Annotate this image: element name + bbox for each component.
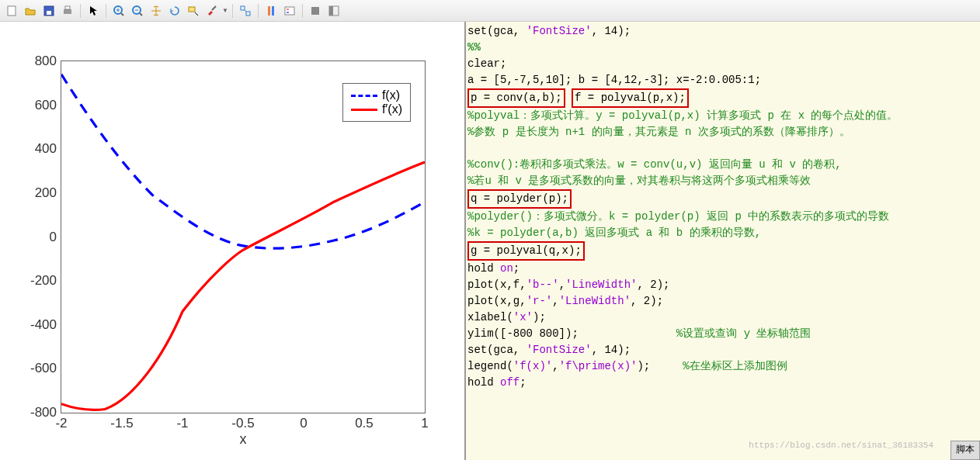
svg-line-8 <box>140 13 142 16</box>
x-axis-label: x <box>240 431 247 448</box>
svg-rect-13 <box>268 6 270 16</box>
code-line[interactable]: ylim([-800 800]); %设置或查询 y 坐标轴范围 <box>467 326 978 342</box>
colorbar-icon[interactable] <box>262 2 280 19</box>
svg-rect-18 <box>311 7 319 15</box>
svg-line-6 <box>121 13 123 16</box>
dropdown-arrow-icon[interactable]: ▼ <box>222 7 228 14</box>
svg-rect-4 <box>65 6 70 9</box>
code-line[interactable]: %polyval：多项式计算。y = polyval(p,x) 计算多项式 p … <box>467 108 978 124</box>
print-icon[interactable] <box>59 2 76 19</box>
undock-icon[interactable] <box>325 2 342 19</box>
new-icon[interactable] <box>3 2 20 19</box>
svg-rect-14 <box>272 6 274 16</box>
x-tick-label: -0.5 <box>231 413 254 431</box>
dock-icon[interactable] <box>307 2 324 19</box>
svg-rect-11 <box>246 12 250 16</box>
legend-line-icon <box>351 95 377 97</box>
arrow-icon[interactable] <box>85 2 102 19</box>
brush-icon[interactable] <box>203 2 221 19</box>
y-tick-label: 0 <box>50 230 61 245</box>
zoom-in-icon[interactable] <box>110 2 127 19</box>
legend-box[interactable]: f(x) f′(x) <box>342 83 411 122</box>
legend-line-icon <box>351 109 377 111</box>
highlight-box: f = polyval(p,x); <box>572 88 689 108</box>
code-line[interactable]: plot(x,f,'b--','LineWidth', 2); <box>467 277 978 293</box>
separator <box>80 4 81 18</box>
legend-item: f′(x) <box>351 102 402 116</box>
open-icon[interactable] <box>22 2 39 19</box>
code-editor-panel[interactable]: set(gca, 'FontSize', 14); %% clear; a = … <box>464 22 980 460</box>
separator <box>106 4 106 18</box>
code-line[interactable]: set(gca, 'FontSize', 14); <box>467 23 978 40</box>
code-line[interactable]: g = polyval(q,x); <box>467 241 978 261</box>
x-tick-label: -1 <box>176 413 188 431</box>
code-line[interactable]: %k = polyder(a,b) 返回多项式 a 和 b 的乘积的导数, <box>467 225 978 241</box>
svg-rect-0 <box>8 6 16 16</box>
separator <box>258 4 259 18</box>
legend-item: f(x) <box>351 88 402 102</box>
pan-icon[interactable] <box>148 2 165 19</box>
legend-label: f(x) <box>382 88 400 102</box>
svg-rect-2 <box>47 11 51 15</box>
svg-rect-15 <box>285 7 294 15</box>
svg-rect-3 <box>64 9 71 14</box>
code-line[interactable]: %若u 和 v 是多项式系数的向量，对其卷积与将这两个多项式相乘等效 <box>467 173 978 189</box>
y-tick-label: -200 <box>30 273 61 289</box>
code-line[interactable]: hold on; <box>467 261 978 277</box>
code-line[interactable]: xlabel('x'); <box>467 310 978 326</box>
code-line[interactable]: set(gca, 'FontSize', 14); <box>467 342 978 358</box>
watermark-text: https://blog.csdn.net/sinat_36183354 <box>749 438 933 454</box>
y-tick-label: -600 <box>30 361 61 376</box>
separator <box>232 4 233 18</box>
save-icon[interactable] <box>40 2 57 19</box>
highlight-box: g = polyval(q,x); <box>467 241 585 261</box>
figure-toolbar: ▼ <box>0 0 980 22</box>
svg-rect-10 <box>241 6 245 10</box>
axes-box[interactable]: 800 600 400 200 0 -200 -400 -600 -800 -2… <box>61 61 426 413</box>
highlight-box: p = conv(a,b); <box>467 88 565 108</box>
svg-line-12 <box>245 10 246 12</box>
legend-icon[interactable] <box>281 2 298 19</box>
chart-container: 800 600 400 200 0 -200 -400 -600 -800 -2… <box>16 53 457 444</box>
figure-panel: 800 600 400 200 0 -200 -400 -600 -800 -2… <box>0 22 464 460</box>
separator <box>302 4 303 18</box>
rotate-icon[interactable] <box>166 2 183 19</box>
x-tick-label: 0.5 <box>355 413 374 431</box>
code-line[interactable]: legend('f(x)','f\prime(x)'); %在坐标区上添加图例 <box>467 358 978 375</box>
code-line[interactable]: %conv():卷积和多项式乘法。w = conv(u,v) 返回向量 u 和 … <box>467 157 978 173</box>
x-tick-label: -1.5 <box>110 413 133 431</box>
svg-rect-9 <box>189 7 195 12</box>
svg-rect-20 <box>329 6 333 16</box>
y-tick-label: 400 <box>35 141 61 157</box>
code-line[interactable]: clear; <box>467 56 978 72</box>
y-tick-label: -400 <box>30 317 61 333</box>
code-line[interactable]: plot(x,g,'r-','LineWidth', 2); <box>467 293 978 310</box>
code-line[interactable]: p = conv(a,b); f = polyval(p,x); <box>467 88 978 108</box>
code-line[interactable]: hold off; <box>467 375 978 391</box>
x-tick-label: -2 <box>55 413 67 431</box>
data-cursor-icon[interactable] <box>185 2 202 19</box>
highlight-box: q = polyder(p); <box>467 189 572 209</box>
x-tick-label: 0 <box>300 413 307 431</box>
code-line[interactable]: q = polyder(p); <box>467 189 978 209</box>
y-tick-label: 800 <box>35 54 61 69</box>
code-line[interactable] <box>467 140 978 157</box>
status-label: 脚本 <box>950 441 980 460</box>
code-line[interactable]: %参数 p 是长度为 n+1 的向量，其元素是 n 次多项式的系数（降幂排序）。 <box>467 124 978 140</box>
zoom-out-icon[interactable] <box>129 2 146 19</box>
y-tick-label: 600 <box>35 98 61 113</box>
legend-label: f′(x) <box>382 102 402 116</box>
x-tick-label: 1 <box>421 413 428 431</box>
code-line[interactable]: %% <box>467 40 978 56</box>
link-icon[interactable] <box>237 2 254 19</box>
code-line[interactable]: %polyder()：多项式微分。k = polyder(p) 返回 p 中的系… <box>467 209 978 225</box>
y-tick-label: 200 <box>35 185 61 201</box>
code-line[interactable]: a = [5,-7,5,10]; b = [4,12,-3]; x=-2:0.0… <box>467 72 978 88</box>
main-area: 800 600 400 200 0 -200 -400 -600 -800 -2… <box>0 22 980 460</box>
